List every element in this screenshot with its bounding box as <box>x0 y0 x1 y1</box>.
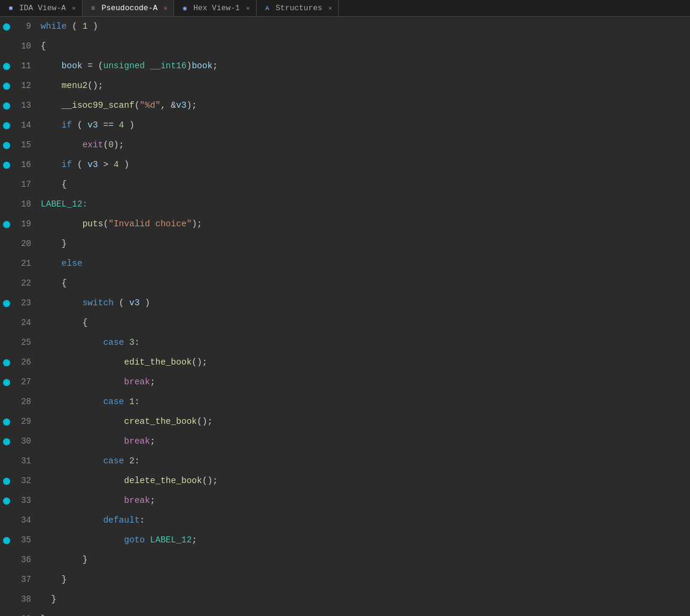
code-line-25[interactable]: 25 case 3: <box>0 333 690 353</box>
tab-label-hex: Hex View-1 <box>193 4 240 13</box>
tab-close-ida[interactable]: ✕ <box>72 4 76 12</box>
code-line-21[interactable]: 21 else <box>0 254 690 274</box>
code-line-23[interactable]: 23 switch ( v3 ) <box>0 293 690 313</box>
code-line-36[interactable]: 36 } <box>0 550 690 570</box>
code-line-19[interactable]: 19 puts("Invalid choice"); <box>0 214 690 234</box>
tab-close-hex[interactable]: ✕ <box>246 4 250 12</box>
tab-label-pseudo: Pseudocode-A <box>102 4 158 13</box>
tab-label-struct: Structures <box>276 4 323 13</box>
code-line-22[interactable]: 22 { <box>0 274 690 293</box>
code-line-38[interactable]: 38 } <box>0 590 690 609</box>
tab-close-pseudo[interactable]: ✕ <box>163 4 168 12</box>
code-line-12[interactable]: 12 menu2(); <box>0 76 690 96</box>
code-line-16[interactable]: 16 if ( v3 > 4 ) <box>0 155 690 175</box>
code-line-33[interactable]: 33 break; <box>0 491 690 511</box>
tab-hex-view[interactable]: ◉ Hex View-1 ✕ <box>174 0 257 16</box>
code-line-26[interactable]: 26 edit_the_book(); <box>0 353 690 372</box>
code-line-18[interactable]: 18 LABEL_12: <box>0 195 690 214</box>
tab-icon-pseudo: ≡ <box>89 4 98 13</box>
code-line-31[interactable]: 31 case 2: <box>0 451 690 471</box>
code-line-34[interactable]: 34 default: <box>0 511 690 530</box>
tab-pseudocode[interactable]: ≡ Pseudocode-A ✕ <box>83 0 174 16</box>
code-line-37[interactable]: 37 } <box>0 570 690 590</box>
code-line-28[interactable]: 28 case 1: <box>0 392 690 412</box>
code-line-15[interactable]: 15 exit(0); <box>0 135 690 155</box>
tab-close-struct[interactable]: ✕ <box>329 4 333 12</box>
code-line-14[interactable]: 14 if ( v3 == 4 ) <box>0 116 690 135</box>
tab-structures[interactable]: A Structures ✕ <box>257 0 339 16</box>
tab-icon-struct: A <box>263 4 272 13</box>
code-line-29[interactable]: 29 creat_the_book(); <box>0 412 690 432</box>
code-line-20[interactable]: 20 } <box>0 234 690 254</box>
code-line-11[interactable]: 11 book = (unsigned __int16)book; <box>0 56 690 76</box>
code-line-10[interactable]: 10 { <box>0 37 690 56</box>
code-line-9[interactable]: 9 while ( 1 ) <box>0 17 690 37</box>
code-line-39[interactable]: 39 } <box>0 609 690 616</box>
code-area: 9 while ( 1 ) 10 { 11 book = (unsigned _… <box>0 17 690 616</box>
tab-label-ida: IDA View-A <box>19 4 66 13</box>
code-line-30[interactable]: 30 break; <box>0 432 690 451</box>
code-line-32[interactable]: 32 delete_the_book(); <box>0 471 690 491</box>
tab-icon-ida: ■ <box>6 4 16 13</box>
tab-bar: ■ IDA View-A ✕ ≡ Pseudocode-A ✕ ◉ Hex Vi… <box>0 0 690 17</box>
tab-icon-hex: ◉ <box>180 4 190 13</box>
code-line-13[interactable]: 13 __isoc99_scanf("%d", &v3); <box>0 96 690 116</box>
tab-ida-view[interactable]: ■ IDA View-A ✕ <box>0 0 83 16</box>
code-line-24[interactable]: 24 { <box>0 313 690 333</box>
code-line-35[interactable]: 35 goto LABEL_12; <box>0 530 690 550</box>
code-line-27[interactable]: 27 break; <box>0 372 690 392</box>
code-line-17[interactable]: 17 { <box>0 175 690 195</box>
